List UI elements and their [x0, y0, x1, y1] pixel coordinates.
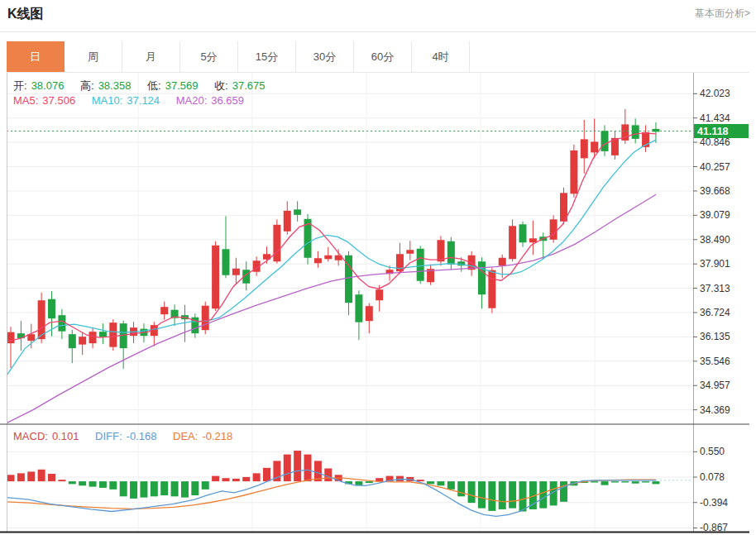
diff-value: -0.168 — [127, 430, 157, 442]
svg-text:34.369: 34.369 — [700, 404, 730, 416]
svg-text:36.724: 36.724 — [700, 307, 730, 318]
dea-value: -0.218 — [202, 430, 232, 442]
tab-30min[interactable]: 30分 — [296, 41, 354, 72]
fundamental-analysis-link[interactable]: 基本面分析> — [695, 7, 750, 21]
dea-label: DEA: — [173, 430, 198, 442]
macd-value: 0.101 — [52, 430, 79, 442]
close-value: 37.675 — [232, 79, 266, 92]
macd-label: MACD: — [13, 430, 48, 442]
svg-text:36.135: 36.135 — [700, 331, 730, 342]
ohlc-readout: 开:38.076 高:38.358 低:37.569 收:37.675 — [13, 79, 278, 93]
chart-area: 41.11842.02341.43440.84640.25739.66839.0… — [0, 73, 756, 533]
high-value: 38.358 — [98, 79, 132, 92]
svg-text:39.668: 39.668 — [700, 185, 730, 197]
candles-layer — [7, 109, 660, 369]
svg-text:39.079: 39.079 — [700, 209, 730, 221]
tab-month[interactable]: 月 — [122, 41, 180, 72]
ma10-value: 37.124 — [127, 94, 160, 107]
svg-text:42.023: 42.023 — [700, 88, 730, 99]
tab-15min[interactable]: 15分 — [238, 41, 296, 72]
diff-label: DIFF: — [95, 430, 122, 442]
tab-4hour[interactable]: 4时 — [412, 41, 470, 72]
axis-layer: 42.02341.43440.84640.25739.66839.07938.4… — [693, 88, 730, 533]
svg-text:0.078: 0.078 — [700, 471, 725, 483]
tab-week[interactable]: 周 — [65, 41, 122, 72]
macd-layer — [7, 451, 691, 516]
close-label: 收: — [214, 79, 228, 92]
tab-5min[interactable]: 5分 — [180, 41, 238, 72]
ma-readout: MA5:37.506 MA10:37.124 MA20:36.659 — [13, 94, 257, 107]
svg-text:35.546: 35.546 — [700, 356, 730, 367]
svg-text:34.957: 34.957 — [700, 380, 730, 391]
svg-text:37.313: 37.313 — [700, 283, 730, 294]
svg-text:41.434: 41.434 — [700, 112, 730, 124]
kline-widget: { "header": { "title": "K线图", "link_labe… — [0, 0, 756, 535]
title-separator — [0, 31, 756, 32]
svg-text:0.550: 0.550 — [700, 446, 725, 457]
svg-text:40.257: 40.257 — [700, 161, 730, 173]
open-value: 38.076 — [31, 79, 65, 92]
low-label: 低: — [147, 79, 161, 92]
interval-tabbar: 日 周 月 5分 15分 30分 60分 4时 — [7, 41, 749, 73]
ma5-label: MA5: — [13, 94, 38, 107]
ma20-label: MA20: — [176, 94, 208, 107]
svg-text:-0.867: -0.867 — [700, 522, 728, 533]
ma5-line — [7, 133, 656, 342]
ma20-value: 36.659 — [211, 94, 244, 107]
tab-60min[interactable]: 60分 — [354, 41, 412, 72]
frame-layer — [0, 73, 749, 533]
macd-readout: MACD:0.101 DIFF:-0.168 DEA:-0.218 — [13, 430, 246, 442]
svg-text:-0.394: -0.394 — [700, 497, 728, 509]
svg-text:40.846: 40.846 — [700, 136, 730, 148]
open-label: 开: — [13, 79, 27, 92]
svg-text:37.901: 37.901 — [700, 258, 730, 270]
svg-text:41.118: 41.118 — [697, 126, 729, 137]
high-label: 高: — [80, 79, 94, 92]
ma-lines-layer — [7, 133, 656, 423]
ma5-value: 37.506 — [42, 94, 75, 107]
tab-day[interactable]: 日 — [7, 41, 65, 72]
low-value: 37.569 — [165, 79, 199, 92]
kline-chart-canvas[interactable]: 41.11842.02341.43440.84640.25739.66839.0… — [0, 73, 756, 533]
svg-text:38.490: 38.490 — [700, 234, 730, 246]
page-title: K线图 — [7, 6, 44, 23]
ma10-label: MA10: — [92, 94, 123, 107]
